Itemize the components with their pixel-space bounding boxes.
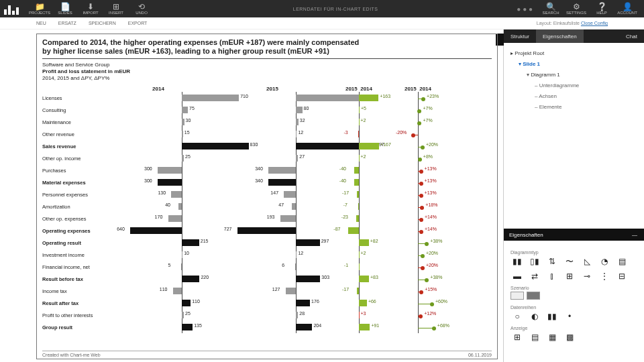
value-cell: 5 — [101, 261, 215, 273]
layout-1-icon[interactable]: ⊞ — [511, 332, 524, 343]
type-pie-icon[interactable]: ◔ — [598, 256, 611, 267]
value-cell: 170 — [101, 213, 215, 225]
type-area-icon[interactable]: ◺ — [580, 256, 594, 267]
value-cell: 15 — [101, 128, 215, 140]
table-row: Result after tax110176+66+60% — [42, 297, 492, 309]
scenario-picker[interactable] — [511, 292, 637, 301]
type-needle-icon[interactable]: ⊸ — [580, 271, 594, 282]
layout-picker[interactable]: ⊞ ▤ ▦ ▩ — [511, 332, 637, 343]
minimize-icon[interactable]: — — [631, 232, 639, 238]
table-row: Investment income1012+2+20% — [42, 249, 492, 261]
table-row: Group result135204+91+68% — [42, 321, 492, 333]
table-row: Sales revenue830997+167+20% — [42, 140, 492, 152]
table-row: Other op. income2527+2+8% — [42, 152, 492, 164]
structure-tree[interactable]: Projekt Root Slide 1 Diagramm 1 Unterdia… — [504, 43, 644, 118]
series-picker[interactable]: ○ ◐ ▮▮ • — [511, 311, 637, 322]
subbar-item-3[interactable]: EXPORT — [128, 21, 148, 25]
type-var-icon[interactable]: ⇄ — [528, 271, 541, 282]
row-label: Result before tax — [42, 276, 101, 282]
topbar-left-btn-2[interactable]: ⬇IMPORT — [78, 0, 103, 17]
topbar-left-btn-1[interactable]: 📄SLIDES — [52, 0, 78, 17]
variance-pct-cell: +13% — [388, 164, 447, 176]
subbar-item-1[interactable]: ERSATZ — [58, 21, 76, 25]
table-row: Other op. expenses170193-23+14% — [42, 213, 492, 225]
tree-sub-2[interactable]: Elemente — [511, 102, 637, 113]
tab-structure[interactable]: Struktur — [504, 29, 536, 43]
variance-pct-cell: +60% — [388, 297, 447, 309]
topbar-right-btn-2[interactable]: ❔HELP — [589, 0, 614, 17]
row-label: Result after tax — [42, 300, 101, 306]
tree-sub-0[interactable]: Unterdiagramme — [511, 80, 637, 91]
subbar-item-0[interactable]: NEU — [36, 21, 46, 25]
type-bar-icon[interactable]: ▮▮ — [511, 256, 524, 267]
type-combo-icon[interactable]: ⫿ — [545, 271, 559, 282]
topbar-right-btn-1[interactable]: ⚙SETTINGS — [564, 0, 589, 17]
value-cell: 300 — [101, 164, 215, 176]
chart-rows: Licenses710873+163+23%Consulting7580+5+7… — [42, 92, 492, 348]
variance-abs-cell: -23 — [329, 213, 388, 225]
row-label: Sales revenue — [42, 143, 101, 149]
subbar-item-2[interactable]: SPEICHERN — [89, 21, 116, 25]
layout-2-icon[interactable]: ▤ — [528, 332, 541, 343]
tree-sub-1[interactable]: Achsen — [511, 91, 637, 102]
topbar-right-btn-3[interactable]: 👤ACCOUNT — [614, 0, 640, 17]
series-circle-icon[interactable]: ○ — [511, 311, 524, 322]
type-table-icon[interactable]: ▤ — [615, 256, 629, 267]
chart-panel[interactable]: Compared to 2014, the higher operating e… — [36, 34, 498, 359]
series-dot-icon[interactable]: • — [563, 311, 576, 322]
variance-abs-cell: -40 — [329, 164, 388, 176]
tab-chat[interactable]: Chat — [619, 29, 644, 43]
topbar-left-btn-0[interactable]: 📁PROJECTS — [27, 0, 52, 17]
row-label: Group result — [42, 324, 101, 330]
series-half-icon[interactable]: ◐ — [528, 311, 541, 322]
variance-pct-cell: +13% — [388, 188, 447, 200]
row-label: Consulting — [42, 107, 101, 113]
type-hbar-icon[interactable]: ▬ — [511, 271, 524, 282]
variance-pct-cell: +7% — [388, 104, 447, 116]
variance-pct-cell: +18% — [388, 200, 447, 213]
type-structure-icon[interactable]: ⊞ — [563, 271, 576, 282]
variance-pct-cell: +14% — [388, 225, 447, 237]
topbar-right-btn-0[interactable]: 🔍SEARCH — [538, 0, 564, 17]
type-stacked-icon[interactable]: ▯▮ — [528, 256, 541, 267]
value-cell: 340 — [215, 164, 329, 176]
table-row: Other revenue1512-3-20% — [42, 128, 492, 140]
value-cell: 147 — [215, 188, 329, 200]
topbar-left-btn-3[interactable]: ⊞INSERT — [103, 0, 129, 17]
tree-slide[interactable]: Slide 1 — [511, 59, 637, 70]
tab-properties[interactable]: Eigenschaften — [536, 29, 584, 43]
tree-diagram[interactable]: Diagramm 1 — [511, 70, 637, 80]
value-cell: 10 — [101, 249, 215, 261]
table-row: Material expenses300340-40+13% — [42, 176, 492, 188]
row-label: Other op. expenses — [42, 216, 101, 222]
value-cell: 340 — [215, 176, 329, 188]
layout-3-icon[interactable]: ▦ — [545, 332, 559, 343]
topbar-left-btn-4[interactable]: ⟲UNDO — [129, 0, 154, 17]
type-line-icon[interactable]: 〜 — [563, 256, 576, 267]
value-cell: 204 — [215, 321, 329, 333]
variance-abs-cell: -7 — [329, 200, 388, 213]
variance-pct-cell: +20% — [388, 249, 447, 261]
layout-indicator: Layout: Einkaufsliste Close Config — [537, 21, 608, 25]
layout-4-icon[interactable]: ▩ — [563, 332, 576, 343]
variance-pct-cell: +7% — [388, 116, 447, 128]
column-headers: 2014 2015 2015 2014 2015 2014 — [101, 86, 492, 92]
type-waterfall-icon[interactable]: ⇅ — [545, 256, 559, 267]
value-cell: 28 — [215, 309, 329, 321]
chart-footer: Created with Chart-me Web06.11.2019 — [42, 351, 492, 357]
value-cell: 297 — [215, 237, 329, 249]
value-cell: 873 — [215, 92, 329, 104]
more-icon[interactable]: ● ● ● — [517, 5, 533, 13]
value-cell: 215 — [101, 237, 215, 249]
close-config-link[interactable]: Close Config — [581, 21, 608, 25]
value-cell: 25 — [101, 152, 215, 164]
variance-abs-cell: +167 — [329, 140, 388, 152]
tree-root[interactable]: Projekt Root — [511, 48, 637, 59]
type-tree-icon[interactable]: ⊟ — [615, 271, 629, 282]
type-dot-icon[interactable]: ⋮ — [598, 271, 611, 282]
chart-type-picker[interactable]: ▮▮ ▯▮ ⇅ 〜 ◺ ◔ ▤ ▬ ⇄ ⫿ ⊞ ⊸ ⋮ ⊟ — [511, 256, 637, 282]
variance-abs-cell: +83 — [329, 273, 388, 285]
value-cell: 75 — [101, 104, 215, 116]
table-row: Maintenance3032+2+7% — [42, 116, 492, 128]
series-bar-icon[interactable]: ▮▮ — [545, 311, 559, 322]
